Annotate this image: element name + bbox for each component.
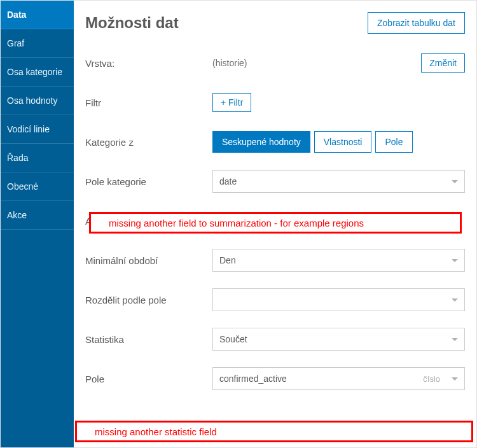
- split-by-select[interactable]: [212, 288, 465, 311]
- layer-value: (historie): [212, 58, 247, 68]
- filter-control: + Filtr: [212, 93, 465, 112]
- seg-grouped-values[interactable]: Seskupené hodnoty: [212, 131, 310, 153]
- sidebar-item-label: Graf: [7, 38, 24, 48]
- sidebar-item-rada[interactable]: Řada: [1, 144, 74, 172]
- field-type-hint: číslo: [423, 374, 440, 384]
- field-select[interactable]: confirmed_active číslo: [212, 367, 465, 390]
- row-statistic: Statistika Součet: [85, 328, 465, 351]
- row-min-period: Minimální období Den: [85, 249, 465, 272]
- sidebar-item-data[interactable]: Data: [1, 1, 74, 29]
- sidebar-item-akce[interactable]: Akce: [1, 201, 74, 230]
- sidebar-item-label: Akce: [7, 210, 27, 220]
- min-period-control: Den: [212, 249, 465, 272]
- category-from-label: Kategorie z: [85, 137, 212, 148]
- show-table-button[interactable]: Zobrazit tabulku dat: [368, 12, 465, 34]
- sidebar-item-osa-kategorie[interactable]: Osa kategorie: [1, 58, 74, 87]
- min-period-select[interactable]: Den: [212, 249, 465, 272]
- change-layer-button[interactable]: Změnit: [421, 53, 465, 73]
- category-from-control: Seskupené hodnoty Vlastnosti Pole: [212, 131, 465, 153]
- chevron-down-icon: [452, 259, 458, 262]
- row-analyze: Analyzovat data: [85, 209, 465, 232]
- sidebar-item-label: Osa kategorie: [7, 67, 62, 77]
- sidebar-item-graf[interactable]: Graf: [1, 29, 74, 58]
- sidebar-item-label: Data: [7, 10, 26, 20]
- add-filter-button[interactable]: + Filtr: [212, 93, 251, 112]
- field-control: confirmed_active číslo: [212, 367, 465, 390]
- analyze-label: Analyzovat data: [85, 216, 212, 227]
- filter-label: Filtr: [85, 97, 212, 108]
- main-panel: Možnosti dat Zobrazit tabulku dat Vrstva…: [74, 1, 476, 447]
- category-field-value: date: [219, 176, 446, 186]
- row-split-by: Rozdělit podle pole: [85, 288, 465, 311]
- row-layer: Vrstva: (historie) Změnit: [85, 52, 465, 74]
- field-value: confirmed_active: [219, 374, 423, 384]
- split-by-label: Rozdělit podle pole: [85, 295, 212, 305]
- statistic-label: Statistika: [85, 334, 212, 345]
- sidebar-item-label: Obecné: [7, 181, 38, 192]
- row-field: Pole confirmed_active číslo: [85, 367, 465, 390]
- row-filter: Filtr + Filtr: [85, 91, 465, 114]
- seg-fields[interactable]: Pole: [375, 131, 412, 153]
- statistic-select[interactable]: Součet: [212, 328, 465, 351]
- sidebar-item-label: Osa hodnoty: [7, 95, 57, 106]
- chevron-down-icon: [452, 377, 458, 381]
- sidebar-item-label: Vodicí linie: [7, 124, 50, 134]
- app-root: Data Graf Osa kategorie Osa hodnoty Vodi…: [0, 0, 477, 448]
- chevron-down-icon: [452, 180, 458, 183]
- sidebar: Data Graf Osa kategorie Osa hodnoty Vodi…: [1, 1, 74, 447]
- sidebar-item-osa-hodnoty[interactable]: Osa hodnoty: [1, 87, 74, 115]
- category-field-control: date: [212, 170, 465, 193]
- toggle-knob: [228, 215, 239, 227]
- min-period-label: Minimální období: [85, 255, 212, 266]
- page-title: Možnosti dat: [85, 14, 179, 32]
- statistic-control: Součet: [212, 328, 465, 351]
- layer-label: Vrstva:: [85, 58, 212, 69]
- layer-control: (historie) Změnit: [212, 53, 465, 73]
- category-field-select[interactable]: date: [212, 170, 465, 193]
- chevron-down-icon: [452, 338, 458, 341]
- analyze-toggle[interactable]: [212, 214, 240, 228]
- sidebar-item-obecne[interactable]: Obecné: [1, 172, 74, 201]
- category-field-label: Pole kategorie: [85, 176, 212, 187]
- seg-properties[interactable]: Vlastnosti: [314, 131, 372, 153]
- row-category-from: Kategorie z Seskupené hodnoty Vlastnosti…: [85, 130, 465, 153]
- row-category-field: Pole kategorie date: [85, 170, 465, 193]
- header: Možnosti dat Zobrazit tabulku dat: [85, 12, 465, 34]
- sidebar-item-vodici-linie[interactable]: Vodicí linie: [1, 115, 74, 144]
- split-by-control: [212, 288, 465, 311]
- chevron-down-icon: [452, 298, 458, 302]
- field-label: Pole: [85, 374, 212, 384]
- analyze-control: [212, 214, 465, 228]
- statistic-value: Součet: [219, 334, 446, 344]
- sidebar-item-label: Řada: [7, 153, 28, 163]
- min-period-value: Den: [219, 255, 446, 265]
